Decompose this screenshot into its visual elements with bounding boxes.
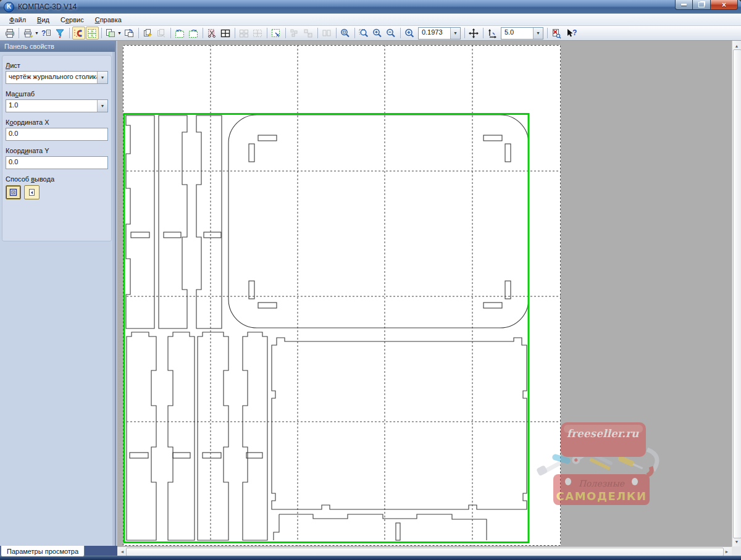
minimize-icon bbox=[681, 4, 687, 6]
cut-page-icon[interactable] bbox=[206, 27, 219, 40]
watermark-logo: freeseller.ru Полезные САМОДЕЛКИ bbox=[536, 417, 669, 510]
properties-panel-header: Панель свойств bbox=[0, 41, 115, 52]
coord-y-input[interactable]: 0.0 bbox=[6, 156, 108, 169]
add-page-icon[interactable] bbox=[141, 27, 154, 40]
move-pages-icon[interactable] bbox=[123, 27, 136, 40]
zoom-scale-value[interactable]: 0.1973 bbox=[419, 28, 450, 39]
scale-combo-value[interactable]: 1.0 bbox=[6, 100, 97, 112]
print-icon[interactable] bbox=[3, 27, 16, 40]
slot bbox=[505, 144, 511, 162]
menu-file[interactable]: Файл bbox=[4, 15, 31, 25]
coord-y-value[interactable]: 0.0 bbox=[6, 157, 107, 169]
output-mode-label: Способ вывода bbox=[6, 175, 111, 183]
slot bbox=[131, 232, 149, 238]
scale-combo[interactable]: 1.0 ▼ bbox=[6, 99, 108, 112]
zoom-frame-icon[interactable] bbox=[358, 27, 371, 40]
tabletop-outline bbox=[228, 115, 529, 328]
slot bbox=[173, 453, 190, 458]
toolbar-separator bbox=[235, 28, 235, 38]
svg-text:?: ? bbox=[572, 28, 577, 37]
toolbar: ▼ ? ▼ 0.197 bbox=[0, 26, 741, 41]
watermark-site: freeseller.ru bbox=[567, 427, 639, 440]
rotate-page-right-icon[interactable] bbox=[187, 27, 200, 40]
menu-help[interactable]: Справка bbox=[90, 15, 127, 25]
pick-part-magnet-icon[interactable] bbox=[72, 27, 85, 40]
cursor-step-icon[interactable] bbox=[486, 27, 499, 40]
arrange-1-icon[interactable] bbox=[288, 27, 301, 40]
finish-preview-icon[interactable] bbox=[550, 27, 563, 40]
zoom-out-icon[interactable] bbox=[385, 27, 398, 40]
window-title: КОМПАС-3D V14 bbox=[18, 2, 77, 11]
rotate-page-left-icon[interactable] bbox=[174, 27, 186, 40]
tile-pages-icon[interactable] bbox=[238, 27, 251, 40]
select-pages-caret[interactable]: ▼ bbox=[117, 31, 122, 35]
zoom-by-scale-icon[interactable] bbox=[403, 27, 416, 40]
print-options-icon[interactable] bbox=[22, 27, 35, 40]
close-icon: × bbox=[722, 1, 726, 9]
menu-bar: Файл Вид Сервис Справка bbox=[0, 14, 741, 26]
slat-outline bbox=[198, 332, 228, 540]
vertical-scrollbar-thumb[interactable] bbox=[733, 49, 741, 538]
output-mode-raster-button[interactable] bbox=[6, 185, 21, 199]
snap-icon[interactable] bbox=[320, 27, 333, 40]
context-help-icon[interactable]: ? bbox=[564, 27, 580, 40]
slot bbox=[258, 303, 277, 308]
slot bbox=[204, 232, 221, 238]
toolbar-separator bbox=[464, 28, 465, 38]
coord-x-input[interactable]: 0.0 bbox=[6, 128, 108, 141]
move-step-value[interactable]: 5.0 bbox=[501, 28, 533, 39]
close-button[interactable]: × bbox=[710, 0, 738, 10]
coord-x-value[interactable]: 0.0 bbox=[6, 128, 107, 140]
restore-button[interactable] bbox=[693, 0, 710, 10]
toolbar-separator bbox=[400, 28, 401, 38]
scroll-left-arrow[interactable]: ◄ bbox=[119, 547, 126, 556]
output-mode-vector-button[interactable] bbox=[24, 185, 40, 199]
copy-page-icon[interactable] bbox=[155, 27, 168, 40]
sheet-combo[interactable]: чертёж журнального столика и ▼ bbox=[6, 71, 108, 84]
watermark-caption-bottom: САМОДЕЛКИ bbox=[556, 490, 647, 503]
status-bar bbox=[0, 556, 741, 560]
scale-combo-dropdown[interactable]: ▼ bbox=[97, 100, 107, 112]
slot bbox=[130, 453, 148, 458]
menu-view[interactable]: Вид bbox=[31, 15, 55, 25]
arrange-2-icon[interactable] bbox=[302, 27, 315, 40]
scroll-up-arrow[interactable]: ▲ bbox=[732, 42, 741, 49]
window-controls: × bbox=[675, 0, 738, 10]
move-step-combo[interactable]: 5.0 ▼ bbox=[501, 27, 543, 40]
zoom-in-icon[interactable] bbox=[371, 27, 384, 40]
horizontal-scrollbar[interactable]: ◄ ► bbox=[117, 546, 732, 556]
drawing-svg bbox=[123, 45, 572, 551]
sheet-combo-dropdown[interactable]: ▼ bbox=[97, 72, 107, 83]
preview-canvas[interactable]: freeseller.ru Полезные САМОДЕЛКИ ▲ ▼ ◄ ► bbox=[117, 41, 741, 556]
tile-pages-2-icon[interactable] bbox=[251, 27, 264, 40]
sheet-combo-value[interactable]: чертёж журнального столика и bbox=[6, 72, 97, 83]
print-options-caret[interactable]: ▼ bbox=[35, 31, 39, 35]
select-pages-icon[interactable] bbox=[104, 27, 117, 40]
slot bbox=[246, 453, 262, 458]
minimize-button[interactable] bbox=[675, 0, 693, 10]
help-topics-icon[interactable]: ? bbox=[40, 27, 53, 40]
scroll-down-arrow[interactable]: ▼ bbox=[732, 538, 741, 545]
filter-icon[interactable] bbox=[54, 27, 67, 40]
slot bbox=[484, 303, 502, 308]
horizontal-scrollbar-thumb[interactable] bbox=[126, 548, 724, 556]
zoom-scale-combo[interactable]: 0.1973 ▼ bbox=[418, 27, 461, 40]
window-panes-icon[interactable] bbox=[219, 27, 232, 40]
fit-sheet-icon[interactable] bbox=[270, 27, 283, 40]
scroll-right-arrow[interactable]: ► bbox=[723, 547, 731, 556]
panel-right-strip bbox=[112, 52, 115, 546]
zoom-scale-dropdown[interactable]: ▼ bbox=[450, 28, 460, 39]
zoom-area-icon[interactable] bbox=[339, 27, 352, 40]
tab-preview-parameters[interactable]: Параметры просмотра bbox=[1, 546, 85, 557]
move-step-dropdown[interactable]: ▼ bbox=[533, 28, 543, 39]
vertical-scrollbar[interactable]: ▲ ▼ bbox=[732, 41, 741, 546]
restore-icon bbox=[698, 2, 705, 7]
toolbar-separator bbox=[547, 28, 548, 38]
pan-icon[interactable] bbox=[467, 27, 480, 40]
menu-service[interactable]: Сервис bbox=[55, 15, 90, 25]
fit-columns-icon[interactable] bbox=[86, 27, 99, 40]
slat-outline bbox=[127, 332, 156, 540]
bottom-rail-outline bbox=[274, 514, 487, 540]
slat-outline bbox=[168, 332, 195, 540]
svg-text:?: ? bbox=[41, 29, 46, 38]
